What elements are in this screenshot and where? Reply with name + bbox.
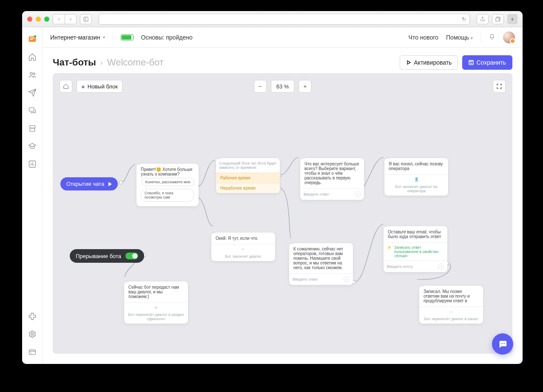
shop-selector[interactable]: Интернет-магазин ▾ (50, 34, 105, 41)
node-nonworking-hours[interactable]: 💬Нерабочее время К сожалению, сейчас нет… (289, 243, 353, 285)
trigger-open-chat[interactable]: Открытие чата (60, 177, 118, 190)
breadcrumb-current: Welcome-бот (107, 57, 164, 68)
node-input[interactable]: Введите ответ↑ (300, 188, 364, 200)
agent-icon: 👤 (413, 177, 419, 183)
chevron-right-icon: › (100, 58, 103, 67)
svg-point-6 (33, 73, 35, 74)
zoom-display: 63 % (271, 80, 295, 93)
node-record-contact[interactable]: 💬Записать кон... Оставьте ваш email, что… (384, 226, 447, 272)
node-input[interactable]: Введите ответ↑ (289, 273, 353, 285)
help-link[interactable]: Помощь ▾ (446, 34, 473, 41)
node-message: Записал. Мы позже ответим вам на почту и… (419, 286, 483, 307)
bell-icon[interactable] (489, 33, 495, 41)
svg-point-22 (503, 343, 503, 344)
browser-window: ‹ › ↻ + (22, 11, 523, 364)
back-button[interactable]: ‹ (53, 14, 65, 24)
svg-point-9 (31, 333, 33, 335)
node-close-dialog[interactable]: 💬Закрыть диалог Окей. Я тут, если что. ✔… (211, 233, 275, 261)
node-message: К сожалению, сейчас нет операторов, гото… (289, 243, 353, 273)
node-forward-channel[interactable]: 💬Передача в к... Записал. Мы позже ответ… (419, 286, 483, 324)
chevron-down-icon: ▾ (471, 36, 473, 40)
canvas-home-button[interactable] (60, 80, 72, 93)
condition-option[interactable]: Рабочее время (216, 173, 280, 183)
svg-rect-2 (496, 18, 499, 21)
trigger-interrupt[interactable]: Прерывание бота (70, 249, 144, 263)
address-bar[interactable]: ↻ (99, 14, 470, 25)
settings-icon[interactable] (25, 327, 40, 342)
svg-point-5 (30, 72, 32, 74)
svg-point-23 (504, 343, 505, 344)
save-button[interactable]: Сохранить (462, 55, 512, 70)
arrow-up-icon: ↑ (355, 191, 361, 197)
arrow-up-icon: ↑ (438, 264, 444, 270)
node-start[interactable]: 💬Начало Привет!🙂 Хотите больше узнать о … (136, 164, 199, 206)
flow-canvas[interactable]: + Новый блок − 63 % + (53, 73, 512, 354)
forward-button[interactable]: › (65, 14, 77, 24)
activate-button[interactable]: Активировать (400, 55, 458, 70)
audience-icon[interactable] (25, 67, 40, 82)
chat-fab[interactable] (492, 333, 513, 355)
new-block-button[interactable]: + Новый блок (77, 80, 122, 93)
condition-option[interactable]: Нерабочее время (216, 183, 280, 193)
page-header: Чат-боты › Welcome-бот Активировать Сохр… (43, 48, 523, 73)
shop-icon[interactable] (25, 121, 40, 136)
node-action: ⚡Записать ответ пользователя в свойство … (384, 242, 447, 261)
node-interrupt[interactable]: ⊖Прерывание бота Сейчас бот передаст нам… (124, 281, 188, 324)
new-tab-button[interactable]: + (507, 14, 517, 24)
apps-icon[interactable] (25, 309, 40, 324)
reply-button[interactable]: Спасибо, я пока посмотрю сам (141, 189, 194, 202)
svg-point-21 (501, 343, 502, 344)
transfer-icon: ⇆ (153, 305, 159, 311)
breadcrumb-root[interactable]: Чат-боты (53, 57, 96, 68)
tabs-icon[interactable] (492, 14, 504, 24)
channel-icon: ▭ (448, 310, 454, 315)
play-icon (108, 182, 112, 186)
chevron-down-icon: ▾ (103, 35, 105, 40)
academy-icon[interactable] (25, 139, 40, 154)
reply-button[interactable]: Конечно, расскажите мне (142, 178, 194, 186)
conversations-icon[interactable] (25, 103, 40, 118)
logo-icon[interactable] (25, 31, 40, 47)
check-icon: ✔ (240, 247, 246, 253)
nav-sidebar (22, 27, 43, 364)
app-topbar: Интернет-магазин ▾ Основы: пройдено Что … (43, 27, 523, 48)
shop-name: Интернет-магазин (50, 34, 100, 41)
traffic-lights (27, 17, 49, 22)
onboarding-label: Основы: пройдено (141, 34, 193, 41)
node-input[interactable]: Введите почту↑ (384, 261, 447, 272)
bolt-icon: ⚡ (387, 245, 392, 250)
share-icon[interactable] (477, 14, 489, 24)
billing-icon[interactable] (25, 344, 40, 360)
svg-point-4 (34, 35, 36, 38)
svg-point-12 (119, 181, 122, 184)
analytics-icon[interactable] (25, 156, 40, 172)
zoom-in-button[interactable]: + (299, 80, 311, 93)
svg-rect-0 (84, 17, 88, 21)
svg-rect-10 (29, 350, 35, 355)
whatsnew-link[interactable]: Что нового (409, 34, 438, 41)
arrow-up-icon: ↑ (344, 276, 350, 282)
browser-chrome: ‹ › ↻ + (22, 11, 523, 27)
zoom-out-button[interactable]: − (254, 80, 267, 93)
onboarding-progress (121, 34, 134, 40)
campaigns-icon[interactable] (25, 85, 40, 100)
toggle-on-icon[interactable] (125, 253, 138, 259)
avatar[interactable] (503, 31, 515, 43)
reload-icon[interactable]: ↻ (462, 16, 466, 22)
maximize-window[interactable] (44, 17, 49, 22)
sidebar-toggle[interactable] (80, 14, 92, 24)
node-message: Привет!🙂 Хотите больше узнать о компании… (141, 167, 194, 176)
svg-rect-7 (29, 108, 34, 111)
minimize-window[interactable] (36, 17, 41, 22)
home-icon[interactable] (25, 49, 40, 65)
node-message: Что вас интересует больше всего? Выберит… (300, 158, 364, 188)
close-window[interactable] (27, 17, 32, 22)
node-condition[interactable]: ⤭Условие: Раб... Следующий блок чат-бота… (216, 158, 280, 193)
node-working-hours[interactable]: 💬Рабочее время Что вас интересует больше… (300, 158, 364, 200)
node-message: Сейчас бот передаст нам ваш диалог, и мы… (124, 281, 188, 302)
fullscreen-button[interactable] (493, 80, 506, 93)
node-operator[interactable]: 💬Оператор Я вас понял, сейчас позову опе… (384, 158, 448, 196)
